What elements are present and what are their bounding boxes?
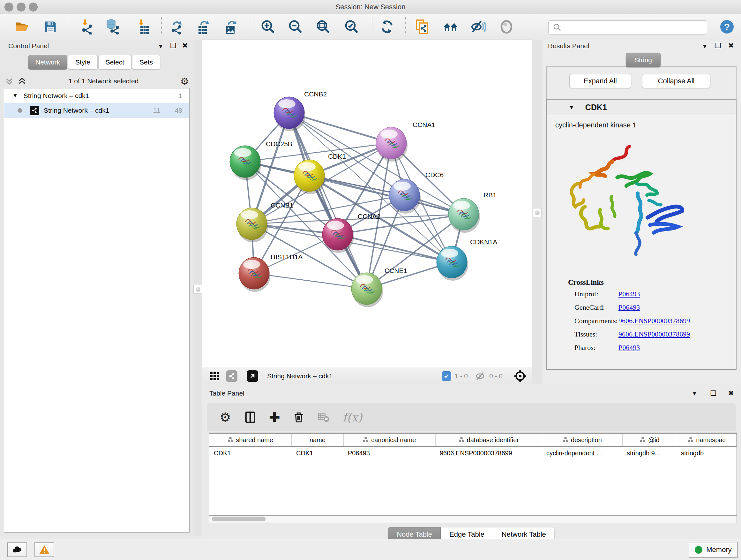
collapse-all-button[interactable]: Collapse All bbox=[642, 74, 711, 88]
left-splitter-handle[interactable] bbox=[193, 285, 202, 294]
expand-all-button[interactable]: Expand All bbox=[569, 74, 631, 88]
table-panel-collapse-icon[interactable]: ▾ bbox=[693, 389, 696, 397]
zoom-fit-icon[interactable] bbox=[315, 18, 332, 35]
save-session-icon[interactable] bbox=[42, 18, 59, 35]
network-node-CDK1[interactable] bbox=[294, 160, 326, 194]
delete-column-icon[interactable] bbox=[293, 411, 305, 423]
import-network-database-icon[interactable] bbox=[105, 18, 121, 35]
node-table: shared namenamecanonical namedatabase id… bbox=[209, 433, 737, 516]
table-panel-float-icon[interactable]: ❑ bbox=[711, 389, 717, 397]
shared-column-icon bbox=[640, 436, 646, 444]
left-splitter[interactable] bbox=[194, 40, 202, 537]
network-options-gear-icon[interactable]: ⚙ bbox=[180, 76, 189, 87]
zoom-selected-icon[interactable] bbox=[343, 18, 360, 35]
column-header-@id[interactable]: @id bbox=[623, 434, 677, 446]
window-close-button[interactable] bbox=[4, 3, 13, 11]
export-image-icon[interactable] bbox=[223, 18, 239, 35]
table-cell[interactable]: stringdb bbox=[677, 449, 736, 457]
column-label: shared name bbox=[236, 436, 273, 444]
search-input[interactable] bbox=[548, 20, 707, 35]
zoom-in-icon[interactable] bbox=[260, 18, 276, 35]
table-cell[interactable]: cyclin-dependent ... bbox=[542, 449, 622, 457]
window-zoom-button[interactable] bbox=[29, 3, 38, 11]
network-node-CCNB2[interactable] bbox=[274, 97, 306, 131]
import-network-file-icon[interactable] bbox=[78, 18, 94, 35]
table-hscrollbar[interactable] bbox=[209, 516, 737, 523]
export-network-icon[interactable] bbox=[169, 18, 185, 35]
column-header-name[interactable]: name bbox=[292, 434, 344, 446]
duplicate-network-icon[interactable] bbox=[414, 18, 430, 35]
tab-network[interactable]: Network bbox=[28, 55, 67, 70]
automation-status-button[interactable] bbox=[7, 543, 27, 557]
tab-style[interactable]: Style bbox=[68, 55, 98, 70]
column-header-database-identifier[interactable]: database identifier bbox=[435, 434, 542, 446]
crosslink-link[interactable]: P06493 bbox=[618, 344, 640, 352]
show-columns-icon[interactable] bbox=[244, 411, 257, 424]
table-row[interactable]: CDK1CDK1P064939606.ENSP00000378699cyclin… bbox=[209, 447, 737, 459]
warnings-button[interactable] bbox=[35, 543, 54, 557]
control-panel-float-icon[interactable]: ❑ bbox=[170, 42, 177, 50]
right-splitter[interactable] bbox=[532, 40, 542, 384]
gene-section-header[interactable]: ▼ CDK1 bbox=[547, 100, 736, 115]
tab-string[interactable]: String bbox=[626, 53, 661, 67]
network-node-CCNA1[interactable] bbox=[376, 127, 408, 162]
column-header-shared-name[interactable]: shared name bbox=[209, 434, 292, 446]
results-panel-float-icon[interactable]: ❑ bbox=[715, 42, 721, 50]
table-cell[interactable]: P06493 bbox=[343, 449, 435, 457]
gene-expander-icon[interactable]: ▼ bbox=[569, 104, 575, 111]
network-node-CCNE1[interactable] bbox=[351, 273, 383, 307]
control-panel-close-icon[interactable]: ✖ bbox=[182, 42, 188, 50]
network-edge[interactable] bbox=[254, 273, 367, 289]
table-settings-gear-icon[interactable]: ⚙ bbox=[219, 410, 231, 425]
control-panel-collapse-icon[interactable]: ▾ bbox=[159, 42, 162, 51]
network-collection-row[interactable]: ▼ String Network – cdk1 1 bbox=[4, 88, 189, 103]
open-session-icon[interactable] bbox=[14, 18, 30, 35]
right-splitter-handle[interactable] bbox=[533, 208, 542, 217]
column-header-namespac[interactable]: namespac bbox=[677, 434, 737, 446]
table-cell[interactable]: stringdb:9... bbox=[622, 449, 677, 457]
import-table-file-icon[interactable] bbox=[134, 18, 151, 35]
delete-table-icon[interactable] bbox=[318, 411, 330, 423]
collapse-all-networks-icon[interactable] bbox=[4, 76, 14, 86]
tab-sets[interactable]: Sets bbox=[132, 55, 160, 70]
crosslink-link[interactable]: P06493 bbox=[618, 290, 640, 298]
table-cell[interactable]: 9606.ENSP00000378699 bbox=[435, 449, 542, 457]
refresh-view-icon[interactable] bbox=[379, 18, 395, 35]
detach-view-icon[interactable] bbox=[247, 370, 258, 382]
memory-button[interactable]: Memory bbox=[689, 542, 738, 558]
help-icon[interactable]: ? bbox=[719, 18, 735, 35]
graphics-details-icon[interactable] bbox=[470, 18, 487, 35]
network-node-HIST1H1A[interactable] bbox=[239, 257, 270, 292]
show-all-icon[interactable] bbox=[498, 18, 515, 35]
network-edge[interactable] bbox=[289, 113, 367, 289]
expand-all-networks-icon[interactable] bbox=[17, 76, 27, 86]
network-canvas[interactable]: CCNB2CCNA1CDC25BCDK1CDC6RB1CCNB1CCNA2CDK… bbox=[202, 40, 531, 366]
column-header-canonical-name[interactable]: canonical name bbox=[344, 434, 435, 446]
zoom-out-icon[interactable] bbox=[287, 18, 304, 35]
grid-view-icon[interactable] bbox=[210, 372, 219, 380]
window-minimize-button[interactable] bbox=[17, 3, 25, 11]
create-column-icon[interactable]: ✚ bbox=[269, 410, 280, 425]
network-node-CDC25B[interactable] bbox=[230, 145, 261, 180]
column-header-description[interactable]: description bbox=[542, 434, 623, 446]
selected-nodes-checkbox-icon[interactable] bbox=[442, 371, 451, 381]
network-badge-icon[interactable] bbox=[226, 370, 238, 382]
birds-eye-view-icon[interactable] bbox=[514, 369, 527, 383]
crosslink-link[interactable]: P06493 bbox=[618, 303, 640, 312]
results-panel-close-icon[interactable]: ✖ bbox=[728, 42, 734, 50]
function-builder-icon[interactable]: f(x) bbox=[342, 411, 362, 424]
network-node-RB1[interactable] bbox=[448, 198, 480, 233]
network-node-CDKN1A[interactable] bbox=[436, 246, 468, 281]
table-hscrollbar-thumb[interactable] bbox=[212, 516, 266, 521]
results-panel-collapse-icon[interactable]: ▾ bbox=[703, 42, 706, 51]
network-row-selected[interactable]: String Network – cdk1 11 48 bbox=[4, 103, 189, 118]
nested-networks-icon[interactable] bbox=[442, 18, 459, 35]
crosslink-link[interactable]: 9606.ENSP00000378699 bbox=[618, 317, 690, 325]
crosslink-link[interactable]: 9606.ENSP00000378699 bbox=[618, 330, 690, 338]
export-table-icon[interactable] bbox=[195, 18, 212, 35]
table-panel-close-icon[interactable]: ✖ bbox=[728, 389, 734, 397]
collection-expander-icon[interactable]: ▼ bbox=[12, 92, 18, 99]
table-cell[interactable]: CDK1 bbox=[292, 449, 343, 457]
table-cell[interactable]: CDK1 bbox=[209, 449, 292, 457]
tab-select[interactable]: Select bbox=[98, 55, 131, 70]
